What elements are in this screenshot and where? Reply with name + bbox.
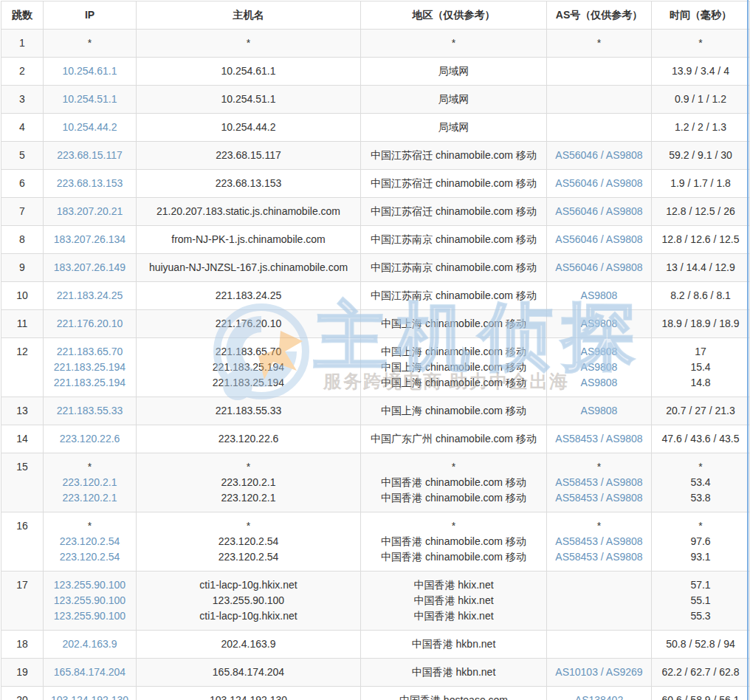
ip-link[interactable]: 183.207.26.134 [47, 232, 133, 247]
ip-link[interactable]: 221.183.55.33 [47, 403, 133, 419]
cell-time: 18.9 / 18.9 / 18.9 [652, 310, 750, 338]
cell-region: 中国香港 hostease.com [361, 687, 547, 700]
cell-time: 13 / 14.4 / 12.9 [652, 254, 750, 282]
cell-asn [547, 58, 652, 86]
ip-link[interactable]: 123.255.90.100 [47, 577, 133, 593]
cell-region-text: 中国香港 chinamobile.com 移动 [364, 534, 543, 549]
cell-region: 中国香港 hkbn.net [361, 659, 547, 687]
cell-time: 12.8 / 12.6 / 12.5 [652, 226, 750, 254]
ip-link[interactable]: 10.254.61.1 [47, 64, 133, 79]
cell-region-text: 中国香港 hkix.net [364, 608, 543, 624]
asn-link[interactable]: AS58453 / AS9808 [550, 431, 648, 447]
ip-link[interactable]: 223.120.2.1 [47, 490, 133, 506]
asn-link[interactable]: AS10103 / AS9269 [550, 665, 648, 680]
cell-hostname-text: 221.183.24.25 [140, 288, 357, 303]
ip-link[interactable]: 123.255.90.100 [47, 593, 133, 608]
asn-link[interactable]: AS9808 [550, 288, 648, 303]
cell-region: 中国江苏南京 chinamobile.com 移动 [361, 254, 547, 282]
cell-hostname: from-NJ-PK-1.js.chinamobile.com [137, 226, 361, 254]
cell-hostname-text: 223.120.2.1 [140, 475, 357, 490]
cell-hop-text: 20 [4, 693, 40, 700]
cell-region: 中国江苏宿迁 chinamobile.com 移动 [361, 198, 547, 226]
cell-region-text: 中国江苏宿迁 chinamobile.com 移动 [364, 148, 543, 163]
cell-hostname: 10.254.61.1 [137, 58, 361, 86]
ip-link[interactable]: 123.255.90.100 [47, 608, 133, 624]
ip-link[interactable]: 221.183.65.70 [47, 344, 133, 360]
cell-asn: AS9808AS9808AS9808 [547, 338, 652, 397]
cell-region: 中国香港 hkix.net中国香港 hkix.net中国香港 hkix.net [361, 572, 547, 631]
cell-time-text: 55.3 [655, 608, 746, 624]
ip-link[interactable]: 223.120.2.54 [47, 549, 133, 565]
cell-ip: 221.183.65.70221.183.25.194221.183.25.19… [44, 338, 137, 397]
cell-hop-text: 2 [4, 64, 40, 79]
cell-hostname: 202.4.163.9 [137, 631, 361, 659]
asn-link[interactable]: AS9808 [550, 360, 648, 375]
ip-link[interactable]: 103.124.192.130 [47, 693, 133, 700]
asn-link[interactable]: AS56046 / AS9808 [550, 204, 648, 219]
ip-link[interactable]: 202.4.163.9 [47, 636, 133, 652]
asn-link[interactable]: AS58453 / AS9808 [550, 490, 648, 506]
cell-time: 47.6 / 43.6 / 43.5 [652, 425, 750, 453]
table-row: 210.254.61.110.254.61.1局域网13.9 / 3.4 / 4 [1, 58, 750, 86]
ip-link[interactable]: 223.68.13.153 [47, 176, 133, 191]
cell-time-text: 1.2 / 2 / 1.3 [655, 120, 746, 135]
asn-link[interactable]: AS58453 / AS9808 [550, 534, 648, 549]
cell-hostname-text: 223.120.22.6 [140, 431, 357, 447]
cell-hop: 1 [1, 30, 44, 58]
cell-ip: 10.254.61.1 [44, 58, 137, 86]
table-row: 17123.255.90.100123.255.90.100123.255.90… [1, 572, 750, 631]
ip-link[interactable]: 183.207.26.149 [47, 260, 133, 275]
cell-hop: 15 [1, 453, 44, 512]
cell-region-text: * [364, 35, 543, 51]
scrollbar-thumb[interactable] [747, 0, 749, 700]
cell-region-text: 局域网 [364, 120, 543, 135]
cell-hop: 19 [1, 659, 44, 687]
cell-hostname: 103.124.192.130 [137, 687, 361, 700]
cell-hostname: * [137, 30, 361, 58]
cell-region: * [361, 30, 547, 58]
cell-hostname-text: 221.176.20.10 [140, 316, 357, 332]
ip-link[interactable]: 223.120.2.1 [47, 475, 133, 490]
cell-time-text: 12.8 / 12.5 / 26 [655, 204, 746, 219]
asn-link[interactable]: AS9808 [550, 403, 648, 419]
ip-link[interactable]: 10.254.51.1 [47, 92, 133, 107]
cell-ip: 223.120.22.6 [44, 425, 137, 453]
cell-hop: 5 [1, 142, 44, 170]
cell-time-text: 12.8 / 12.6 / 12.5 [655, 232, 746, 247]
cell-time-text: 13 / 14.4 / 12.9 [655, 260, 746, 275]
asn-link[interactable]: AS56046 / AS9808 [550, 148, 648, 163]
ip-link[interactable]: 165.84.174.204 [47, 665, 133, 680]
asn-link[interactable]: AS56046 / AS9808 [550, 260, 648, 275]
cell-hostname-text: 10.254.44.2 [140, 120, 357, 135]
cell-hostname-text: cti1-lacp-10g.hkix.net [140, 577, 357, 593]
cell-hop: 12 [1, 338, 44, 397]
table-row: 5223.68.15.117223.68.15.117中国江苏宿迁 chinam… [1, 142, 750, 170]
cell-hostname-text: * [140, 459, 357, 475]
asn-link[interactable]: AS9808 [550, 375, 648, 391]
cell-ip: 10.254.51.1 [44, 86, 137, 114]
asn-link[interactable]: AS9808 [550, 316, 648, 332]
cell-time-text: * [655, 459, 746, 475]
asn-link[interactable]: AS58453 / AS9808 [550, 549, 648, 565]
asn-link[interactable]: AS58453 / AS9808 [550, 475, 648, 490]
asn-link[interactable]: AS56046 / AS9808 [550, 232, 648, 247]
ip-link[interactable]: 221.183.24.25 [47, 288, 133, 303]
ip-link[interactable]: 223.68.15.117 [47, 148, 133, 163]
ip-link[interactable]: 223.120.22.6 [47, 431, 133, 447]
cell-hop: 10 [1, 282, 44, 310]
ip-link[interactable]: 221.176.20.10 [47, 316, 133, 332]
ip-link[interactable]: 223.120.2.54 [47, 534, 133, 549]
asn-link[interactable]: AS9808 [550, 344, 648, 360]
cell-time-text: 53.8 [655, 490, 746, 506]
cell-hostname: 221.183.24.25 [137, 282, 361, 310]
ip-link[interactable]: 221.183.25.194 [47, 360, 133, 375]
ip-link[interactable]: 10.254.44.2 [47, 120, 133, 135]
asn-link[interactable]: AS138402 [550, 693, 648, 700]
cell-region-text: 中国上海 chinamobile.com 移动 [364, 360, 543, 375]
asn-link[interactable]: AS56046 / AS9808 [550, 176, 648, 191]
cell-time-text: 59.2 / 9.1 / 30 [655, 148, 746, 163]
cell-hostname-text: * [140, 518, 357, 534]
cell-hostname: 223.68.15.117 [137, 142, 361, 170]
ip-link[interactable]: 221.183.25.194 [47, 375, 133, 391]
ip-link[interactable]: 183.207.20.21 [47, 204, 133, 219]
